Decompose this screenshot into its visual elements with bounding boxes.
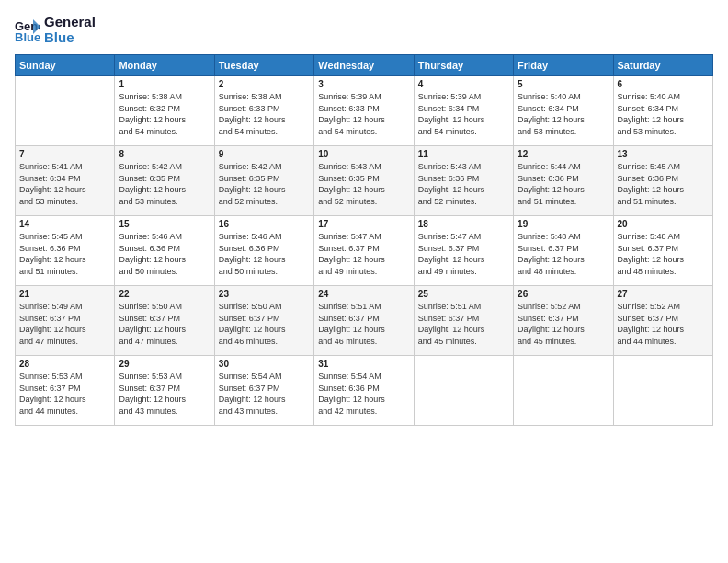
calendar-cell: 13Sunrise: 5:45 AM Sunset: 6:36 PM Dayli…	[613, 146, 712, 216]
calendar-week-row: 21Sunrise: 5:49 AM Sunset: 6:37 PM Dayli…	[16, 286, 713, 356]
calendar-cell: 27Sunrise: 5:52 AM Sunset: 6:37 PM Dayli…	[613, 286, 712, 356]
day-info: Sunrise: 5:42 AM Sunset: 6:35 PM Dayligh…	[119, 161, 210, 207]
day-info: Sunrise: 5:40 AM Sunset: 6:34 PM Dayligh…	[618, 91, 709, 137]
calendar-cell	[16, 76, 115, 146]
weekday-header-friday: Friday	[514, 55, 613, 76]
day-number: 6	[618, 79, 709, 89]
day-info: Sunrise: 5:39 AM Sunset: 6:34 PM Dayligh…	[418, 91, 509, 137]
day-info: Sunrise: 5:47 AM Sunset: 6:37 PM Dayligh…	[318, 231, 409, 277]
day-number: 24	[318, 289, 409, 299]
calendar-cell: 25Sunrise: 5:51 AM Sunset: 6:37 PM Dayli…	[414, 286, 513, 356]
day-number: 17	[318, 219, 409, 229]
calendar-week-row: 28Sunrise: 5:53 AM Sunset: 6:37 PM Dayli…	[16, 356, 713, 426]
day-number: 7	[19, 149, 110, 159]
calendar-cell: 26Sunrise: 5:52 AM Sunset: 6:37 PM Dayli…	[514, 286, 613, 356]
calendar-cell: 8Sunrise: 5:42 AM Sunset: 6:35 PM Daylig…	[115, 146, 214, 216]
day-info: Sunrise: 5:40 AM Sunset: 6:34 PM Dayligh…	[518, 91, 609, 137]
calendar-cell: 16Sunrise: 5:46 AM Sunset: 6:36 PM Dayli…	[214, 216, 313, 286]
day-info: Sunrise: 5:48 AM Sunset: 6:37 PM Dayligh…	[518, 231, 609, 277]
day-info: Sunrise: 5:53 AM Sunset: 6:37 PM Dayligh…	[119, 371, 210, 417]
day-number: 22	[119, 289, 210, 299]
calendar-cell: 24Sunrise: 5:51 AM Sunset: 6:37 PM Dayli…	[314, 286, 414, 356]
day-number: 29	[119, 359, 210, 369]
day-number: 19	[518, 219, 609, 229]
day-number: 23	[219, 289, 310, 299]
day-info: Sunrise: 5:54 AM Sunset: 6:37 PM Dayligh…	[219, 371, 310, 417]
calendar-cell: 5Sunrise: 5:40 AM Sunset: 6:34 PM Daylig…	[514, 76, 613, 146]
calendar-cell: 28Sunrise: 5:53 AM Sunset: 6:37 PM Dayli…	[16, 356, 115, 426]
day-info: Sunrise: 5:51 AM Sunset: 6:37 PM Dayligh…	[418, 301, 509, 347]
day-number: 28	[19, 359, 110, 369]
calendar-cell: 30Sunrise: 5:54 AM Sunset: 6:37 PM Dayli…	[214, 356, 313, 426]
day-info: Sunrise: 5:53 AM Sunset: 6:37 PM Dayligh…	[19, 371, 110, 417]
day-info: Sunrise: 5:49 AM Sunset: 6:37 PM Dayligh…	[19, 301, 110, 347]
day-number: 25	[418, 289, 509, 299]
page-header: General Blue General Blue	[15, 15, 713, 45]
calendar-cell: 12Sunrise: 5:44 AM Sunset: 6:36 PM Dayli…	[514, 146, 613, 216]
calendar-page: General Blue General Blue SundayMondayTu…	[0, 0, 728, 563]
calendar-cell: 7Sunrise: 5:41 AM Sunset: 6:34 PM Daylig…	[16, 146, 115, 216]
svg-text:Blue: Blue	[15, 30, 40, 43]
day-number: 1	[119, 79, 210, 89]
weekday-header-tuesday: Tuesday	[214, 55, 313, 76]
calendar-cell: 1Sunrise: 5:38 AM Sunset: 6:32 PM Daylig…	[115, 76, 214, 146]
calendar-cell	[514, 356, 613, 426]
weekday-header-row: SundayMondayTuesdayWednesdayThursdayFrid…	[16, 55, 713, 76]
day-number: 30	[219, 359, 310, 369]
day-number: 21	[19, 289, 110, 299]
day-info: Sunrise: 5:38 AM Sunset: 6:32 PM Dayligh…	[119, 91, 210, 137]
day-number: 31	[318, 359, 409, 369]
day-number: 3	[318, 79, 409, 89]
day-number: 18	[418, 219, 509, 229]
calendar-cell: 6Sunrise: 5:40 AM Sunset: 6:34 PM Daylig…	[613, 76, 712, 146]
calendar-cell: 23Sunrise: 5:50 AM Sunset: 6:37 PM Dayli…	[214, 286, 313, 356]
calendar-cell: 29Sunrise: 5:53 AM Sunset: 6:37 PM Dayli…	[115, 356, 214, 426]
day-info: Sunrise: 5:51 AM Sunset: 6:37 PM Dayligh…	[318, 301, 409, 347]
calendar-cell: 18Sunrise: 5:47 AM Sunset: 6:37 PM Dayli…	[414, 216, 513, 286]
day-info: Sunrise: 5:46 AM Sunset: 6:36 PM Dayligh…	[219, 231, 310, 277]
day-info: Sunrise: 5:39 AM Sunset: 6:33 PM Dayligh…	[318, 91, 409, 137]
calendar-cell: 11Sunrise: 5:43 AM Sunset: 6:36 PM Dayli…	[414, 146, 513, 216]
day-info: Sunrise: 5:47 AM Sunset: 6:37 PM Dayligh…	[418, 231, 509, 277]
day-number: 8	[119, 149, 210, 159]
day-info: Sunrise: 5:48 AM Sunset: 6:37 PM Dayligh…	[618, 231, 709, 277]
day-info: Sunrise: 5:50 AM Sunset: 6:37 PM Dayligh…	[119, 301, 210, 347]
calendar-cell: 21Sunrise: 5:49 AM Sunset: 6:37 PM Dayli…	[16, 286, 115, 356]
calendar-cell: 22Sunrise: 5:50 AM Sunset: 6:37 PM Dayli…	[115, 286, 214, 356]
day-info: Sunrise: 5:45 AM Sunset: 6:36 PM Dayligh…	[19, 231, 110, 277]
weekday-header-sunday: Sunday	[16, 55, 115, 76]
day-number: 11	[418, 149, 509, 159]
day-number: 20	[618, 219, 709, 229]
calendar-cell: 31Sunrise: 5:54 AM Sunset: 6:36 PM Dayli…	[314, 356, 414, 426]
calendar-cell: 9Sunrise: 5:42 AM Sunset: 6:35 PM Daylig…	[214, 146, 313, 216]
calendar-cell	[613, 356, 712, 426]
calendar-cell: 20Sunrise: 5:48 AM Sunset: 6:37 PM Dayli…	[613, 216, 712, 286]
day-info: Sunrise: 5:42 AM Sunset: 6:35 PM Dayligh…	[219, 161, 310, 207]
logo-text-general: General	[44, 15, 96, 30]
day-info: Sunrise: 5:52 AM Sunset: 6:37 PM Dayligh…	[618, 301, 709, 347]
calendar-cell: 2Sunrise: 5:38 AM Sunset: 6:33 PM Daylig…	[214, 76, 313, 146]
calendar-cell: 17Sunrise: 5:47 AM Sunset: 6:37 PM Dayli…	[314, 216, 414, 286]
calendar-week-row: 1Sunrise: 5:38 AM Sunset: 6:32 PM Daylig…	[16, 76, 713, 146]
day-info: Sunrise: 5:41 AM Sunset: 6:34 PM Dayligh…	[19, 161, 110, 207]
day-number: 9	[219, 149, 310, 159]
day-info: Sunrise: 5:44 AM Sunset: 6:36 PM Dayligh…	[518, 161, 609, 207]
day-number: 10	[318, 149, 409, 159]
day-info: Sunrise: 5:50 AM Sunset: 6:37 PM Dayligh…	[219, 301, 310, 347]
day-number: 2	[219, 79, 310, 89]
weekday-header-monday: Monday	[115, 55, 214, 76]
day-number: 14	[19, 219, 110, 229]
day-number: 26	[518, 289, 609, 299]
day-info: Sunrise: 5:38 AM Sunset: 6:33 PM Dayligh…	[219, 91, 310, 137]
day-info: Sunrise: 5:45 AM Sunset: 6:36 PM Dayligh…	[618, 161, 709, 207]
calendar-cell	[414, 356, 513, 426]
calendar-week-row: 7Sunrise: 5:41 AM Sunset: 6:34 PM Daylig…	[16, 146, 713, 216]
day-info: Sunrise: 5:46 AM Sunset: 6:36 PM Dayligh…	[119, 231, 210, 277]
day-info: Sunrise: 5:54 AM Sunset: 6:36 PM Dayligh…	[318, 371, 409, 417]
day-number: 13	[618, 149, 709, 159]
day-number: 4	[418, 79, 509, 89]
logo: General Blue General Blue	[15, 15, 96, 45]
day-info: Sunrise: 5:43 AM Sunset: 6:36 PM Dayligh…	[418, 161, 509, 207]
logo-text-blue: Blue	[44, 30, 96, 46]
day-number: 15	[119, 219, 210, 229]
